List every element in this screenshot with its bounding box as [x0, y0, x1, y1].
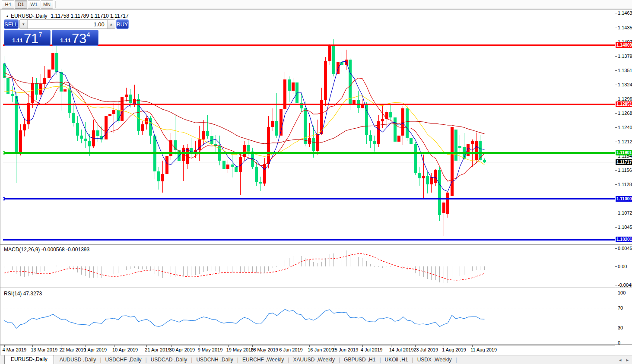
chart-title-bar: ▲EURUSD-,Daily1.11758 1.11789 1.11710 1.… — [6, 13, 129, 19]
chart-tabs: EURUSD-,DailyAUDUSD-,Daily|USDCHF-,Daily… — [0, 355, 457, 364]
date-tick-mark — [334, 345, 334, 347]
time-axis[interactable]: 4 Mar 201913 Mar 201922 Mar 20191 Apr 20… — [0, 345, 615, 355]
collapse-triangle-icon[interactable]: ▲ — [6, 14, 9, 18]
rsi-line — [4, 309, 485, 328]
date-tick-mark — [472, 345, 473, 347]
price-tick-mark — [615, 70, 617, 71]
chart-tab-eurchf-weekly[interactable]: EURCHF-,Weekly — [238, 356, 288, 364]
date-tick-label: 4 Jul 2019 — [361, 347, 383, 352]
date-tick-label: 9 May 2019 — [198, 347, 222, 352]
sell-price-prefix: 1.11 — [12, 38, 23, 43]
sell-price-display[interactable]: 1.11 71 7 — [4, 30, 51, 46]
date-tick-mark — [281, 345, 281, 347]
buy-price-display[interactable]: 1.11 73 4 — [52, 30, 98, 46]
date-tick-label: 21 Apr 2019 — [145, 347, 170, 352]
price-chart-canvas[interactable] — [0, 10, 632, 355]
date-tick-mark — [444, 345, 444, 347]
rsi-tick-mark — [615, 343, 617, 343]
price-tick-mark — [615, 99, 617, 99]
date-tick-label: 19 May 2019 — [226, 347, 254, 352]
chart-ohlc-values: 1.11758 1.11789 1.11710 1.11717 — [51, 13, 129, 19]
chart-tab-ukoil-h1[interactable]: UKOil-,H1 — [381, 356, 412, 364]
date-tick-mark — [86, 345, 86, 347]
lot-size-box: ▼ ▲ — [19, 19, 115, 29]
lot-increase-button[interactable]: ▲ — [108, 20, 115, 28]
tab-scroll-right-button[interactable]: ► — [626, 358, 629, 362]
chart-tab-xauusd-weekly[interactable]: XAUUSD-,Weekly — [289, 356, 338, 364]
rsi-tick-mark — [615, 293, 617, 293]
price-axis[interactable]: 1.146351.143551.140751.137951.135151.132… — [615, 10, 632, 345]
tab-separator: | — [456, 357, 457, 364]
rsi-indicator-label: RSI(14) 47.3273 — [4, 291, 42, 297]
price-tick-label: 1.13515 — [618, 68, 632, 73]
price-tick-mark — [615, 227, 617, 228]
buy-price-point: 4 — [86, 31, 90, 38]
timeframe-w1-button[interactable]: W1 — [28, 0, 40, 9]
price-tick-mark — [615, 113, 617, 114]
chart-tab-bar: EURUSD-,DailyAUDUSD-,Daily|USDCHF-,Daily… — [0, 355, 632, 364]
price-label-1.14009: 1.14009 — [616, 42, 632, 48]
chart-window[interactable]: ▲EURUSD-,Daily1.11758 1.11789 1.11710 1.… — [0, 9, 632, 355]
date-tick-label: 30 Apr 2019 — [169, 347, 195, 352]
rsi-axis-label: 70 — [618, 305, 623, 310]
price-label-1.11000: 1.11000 — [616, 196, 632, 202]
date-tick-mark — [200, 345, 200, 347]
main-pane — [2, 39, 615, 240]
price-tick-label: 1.12960 — [618, 96, 632, 101]
date-tick-mark — [4, 345, 5, 347]
macd-indicator-label: MACD(12,26,9) -0.000568 -0.001393 — [4, 247, 89, 253]
rsi-pane — [3, 308, 615, 328]
tab-scroll-left-button[interactable]: ◄ — [618, 358, 622, 362]
date-tick-mark — [146, 345, 147, 347]
timeframe-h4-button[interactable]: H4 — [2, 0, 14, 9]
rsi-axis-label: 100 — [618, 290, 626, 295]
date-tick-mark — [114, 345, 114, 347]
price-tick-mark — [615, 156, 617, 156]
chart-tab-usdchf-daily[interactable]: USDCHF-,Daily — [102, 356, 146, 364]
price-tick-mark — [615, 85, 617, 85]
date-tick-label: 16 Jun 2019 — [308, 347, 334, 352]
sell-price-pips: 71 — [24, 33, 38, 44]
price-tick-label: 1.10450 — [618, 225, 632, 230]
timeframe-d1-button[interactable]: D1 — [15, 0, 27, 9]
macd-tick-mark — [615, 266, 617, 267]
price-label-1.12851: 1.12851 — [616, 101, 632, 107]
date-tick-label: 14 Jul 2019 — [389, 347, 414, 352]
date-tick-label: 13 Mar 2019 — [31, 347, 57, 352]
date-tick-label: 4 Mar 2019 — [3, 347, 27, 352]
price-tick-label: 1.11565 — [618, 168, 632, 173]
date-tick-label: 10 Apr 2019 — [112, 347, 138, 352]
sell-price-point: 7 — [38, 31, 42, 38]
chart-tab-usdx-weekly[interactable]: USDX-,Weekly — [413, 356, 456, 364]
chart-tab-audusd-daily[interactable]: AUDUSD-,Daily — [56, 356, 100, 364]
rsi-axis-label: 0 — [618, 340, 620, 345]
price-tick-label: 1.12400 — [618, 125, 632, 130]
lot-decrease-button[interactable]: ▼ — [20, 20, 27, 28]
date-tick-mark — [228, 345, 229, 347]
bid-price-label: 1.11717 — [616, 159, 632, 165]
price-tick-label: 1.12120 — [618, 139, 632, 144]
price-tick-label: 1.10725 — [618, 210, 632, 215]
date-tick-mark — [391, 345, 391, 347]
chart-tab-usdcad-daily[interactable]: USDCAD-,Daily — [147, 356, 191, 364]
mt4-terminal: H4 D1 W1 MN ▲EURUSD-,Daily1.11758 1.1178… — [0, 0, 632, 364]
date-tick-label: 25 Jun 2019 — [332, 347, 359, 352]
date-tick-label: 1 Aug 2019 — [442, 347, 466, 352]
buy-button[interactable]: BUY — [116, 19, 129, 29]
price-tick-mark — [615, 184, 617, 185]
lot-size-input[interactable] — [27, 20, 108, 28]
macd-axis-label: 0.004517 — [618, 246, 632, 251]
date-tick-mark — [171, 345, 171, 347]
date-tick-mark — [362, 345, 363, 347]
buy-price-prefix: 1.11 — [60, 38, 71, 43]
chart-tab-gbpusd-h1[interactable]: GBPUSD-,H1 — [340, 356, 379, 364]
chart-tab-usdcnh-daily[interactable]: USDCNH-,Daily — [192, 356, 237, 364]
one-click-trading-panel: SELL ▼ ▲ BUY 1.11 71 7 1.11 73 4 — [4, 19, 99, 46]
timeframe-mn-button[interactable]: MN — [41, 0, 53, 9]
price-tick-mark — [615, 127, 617, 128]
sell-button[interactable]: SELL — [4, 19, 19, 29]
price-tick-label: 1.13795 — [618, 54, 632, 59]
date-tick-label: 28 May 2019 — [251, 347, 278, 352]
macd-axis-label: 0.00 — [618, 264, 627, 269]
chart-tab-eurusd-daily[interactable]: EURUSD-,Daily — [4, 355, 54, 364]
